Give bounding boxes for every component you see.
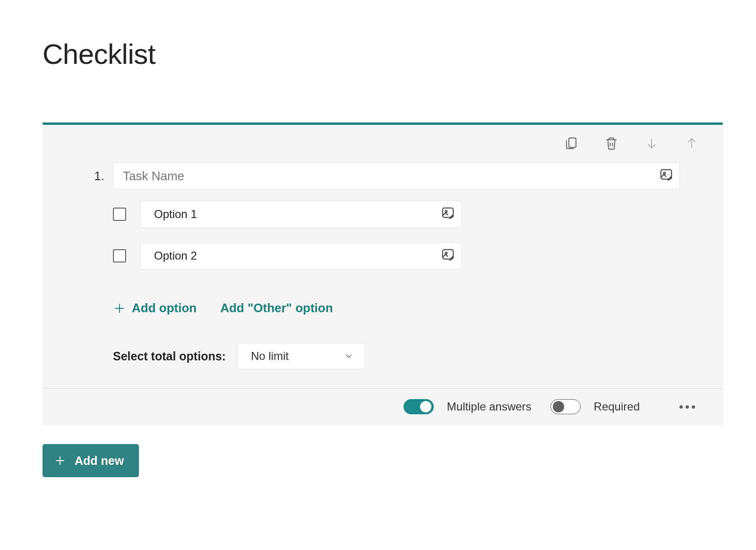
arrow-up-icon [685,136,699,150]
image-edit-icon [441,248,455,262]
trash-icon [604,136,619,150]
question-card: 1. [43,122,723,425]
question-number: 1. [90,169,104,183]
move-down-button[interactable] [644,136,659,150]
more-options-button[interactable] [676,402,699,412]
multiple-answers-toggle[interactable] [404,399,434,414]
question-toolbar [43,125,722,154]
option-row [113,201,722,228]
add-option-label: Add option [132,301,197,315]
copy-icon [564,136,578,150]
multiple-answers-label: Multiple answers [447,400,532,413]
option-checkbox[interactable] [113,249,126,262]
option-input[interactable] [140,201,462,228]
add-option-button[interactable]: Add option [113,301,197,315]
dot-icon [686,405,689,409]
dot-icon [679,405,683,409]
option-input[interactable] [140,242,462,270]
required-label: Required [594,400,640,413]
question-media-button[interactable] [659,168,673,184]
delete-button[interactable] [604,136,619,150]
dot-icon [692,405,695,409]
question-title-input[interactable] [113,163,680,189]
question-row: 1. [43,163,722,189]
image-edit-icon [441,206,455,220]
image-edit-icon [659,168,673,182]
add-row: Add option Add "Other" option [43,289,722,315]
plus-icon [54,454,66,467]
svg-rect-0 [569,138,576,148]
select-total-row: Select total options: No limit [43,315,722,388]
plus-icon [113,302,126,315]
options-list [43,189,722,289]
select-total-label: Select total options: [113,349,226,363]
add-other-button[interactable]: Add "Other" option [220,301,333,315]
add-new-button[interactable]: Add new [43,444,139,477]
move-up-button[interactable] [685,136,699,150]
copy-button[interactable] [564,136,578,150]
option-row [113,242,722,270]
option-checkbox[interactable] [113,208,126,221]
select-total-value: No limit [251,349,289,363]
option-media-button[interactable] [441,206,455,222]
arrow-down-icon [644,136,659,150]
chevron-down-icon [344,351,354,361]
page-title: Checklist [43,38,723,70]
required-toggle[interactable] [550,399,581,414]
question-footer: Multiple answers Required [43,388,722,425]
option-media-button[interactable] [441,248,455,264]
add-new-label: Add new [75,454,124,468]
select-total-dropdown[interactable]: No limit [237,343,365,369]
